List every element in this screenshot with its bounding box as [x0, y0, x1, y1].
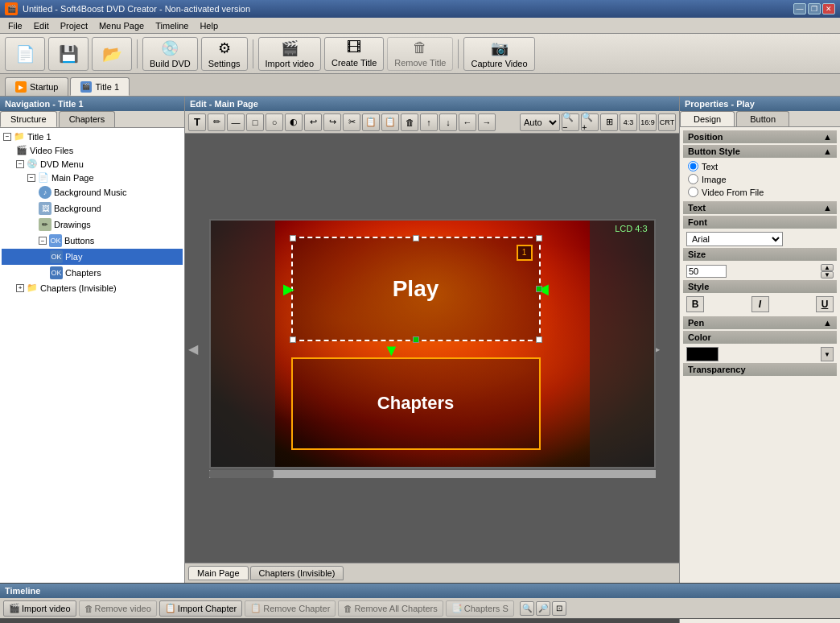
tree-title1[interactable]: − 📁 Title 1: [2, 130, 183, 143]
radio-video-input[interactable]: [688, 187, 698, 197]
circle-tool[interactable]: ○: [266, 113, 283, 131]
arc-tool[interactable]: ◐: [285, 113, 303, 131]
capture-video-button[interactable]: 📷 Capture Video: [463, 37, 534, 71]
grid-btn[interactable]: ⊞: [600, 113, 618, 131]
radio-image-input[interactable]: [688, 174, 698, 184]
close-button[interactable]: ✕: [822, 3, 835, 14]
pen-color-swatch[interactable]: [686, 347, 719, 361]
radio-text-input[interactable]: [688, 161, 698, 171]
bold-button[interactable]: B: [686, 296, 704, 312]
tl-chapters-s[interactable]: 📑 Chapters S: [446, 600, 514, 617]
menu-menu-page[interactable]: Menu Page: [94, 20, 149, 31]
startup-tab[interactable]: ▶ Startup: [5, 77, 68, 96]
zoom-in-btn[interactable]: 🔍+: [581, 113, 599, 131]
expand-buttons[interactable]: −: [39, 237, 47, 245]
button-style-section[interactable]: Button Style ▲: [683, 145, 837, 158]
text-tool[interactable]: T: [188, 113, 206, 131]
font-select[interactable]: Arial Times New Roman Verdana: [686, 232, 783, 246]
font-section[interactable]: Font: [683, 216, 837, 229]
transparency-section[interactable]: Transparency: [683, 363, 837, 376]
move-up-tool[interactable]: ↑: [420, 113, 438, 131]
tree-dvd-menu[interactable]: − 💿 DVD Menu: [2, 157, 183, 171]
menu-help[interactable]: Help: [195, 20, 223, 31]
zoom-out-btn[interactable]: 🔍−: [562, 113, 579, 131]
copy-tool[interactable]: 📋: [362, 113, 380, 131]
tree-buttons[interactable]: − OK Buttons: [2, 233, 183, 249]
expand-dvd-menu[interactable]: −: [16, 160, 24, 168]
delete-tool[interactable]: 🗑: [401, 113, 418, 131]
menu-file[interactable]: File: [3, 20, 27, 31]
italic-button[interactable]: I: [751, 296, 769, 312]
position-section[interactable]: Position ▲: [683, 130, 837, 143]
canvas-scroll-thumb[interactable]: [209, 470, 274, 478]
menu-edit[interactable]: Edit: [29, 20, 54, 31]
remove-title-button[interactable]: 🗑 Remove Title: [387, 37, 453, 71]
canvas-tab-main-page[interactable]: Main Page: [188, 566, 249, 580]
new-button[interactable]: 📄: [5, 37, 45, 71]
pen-section-header[interactable]: Pen ▲: [683, 316, 837, 329]
tree-bg-music[interactable]: ♪ Background Music: [2, 184, 183, 200]
undo-tool[interactable]: ↩: [304, 113, 322, 131]
menu-timeline[interactable]: Timeline: [150, 20, 193, 31]
pen-color-dropdown[interactable]: ▼: [821, 347, 834, 361]
canvas-tab-chapters-invisible[interactable]: Chapters (Invisible): [250, 566, 344, 580]
expand-title1[interactable]: −: [3, 133, 11, 141]
create-title-button[interactable]: 🎞 Create Title: [324, 37, 384, 71]
tree-video-files[interactable]: 🎬 Video Files: [2, 143, 183, 157]
radio-video-from-file[interactable]: Video From File: [688, 187, 832, 197]
zoom-select[interactable]: Auto50%100%: [520, 113, 560, 131]
crt-btn[interactable]: CRT: [658, 113, 676, 131]
size-section[interactable]: Size: [683, 248, 837, 261]
tab-design[interactable]: Design: [680, 111, 735, 126]
tree-chapters-invisible[interactable]: + 📁 Chapters (Invisible): [2, 281, 183, 295]
radio-text[interactable]: Text: [688, 161, 832, 171]
text-section-header[interactable]: Text ▲: [683, 201, 837, 214]
tree-play[interactable]: OK Play: [2, 249, 183, 265]
canvas-scrollbar[interactable]: [209, 470, 656, 478]
tree-background[interactable]: 🖼 Background: [2, 200, 183, 217]
style-section[interactable]: Style: [683, 280, 837, 293]
expand-main-page[interactable]: −: [27, 174, 35, 182]
tl-zoom-out[interactable]: 🔎: [536, 601, 550, 616]
tree-drawings[interactable]: ✏ Drawings: [2, 217, 183, 233]
tl-remove-video[interactable]: 🗑 Remove video: [79, 600, 157, 617]
minimize-button[interactable]: —: [793, 3, 806, 14]
move-left-tool[interactable]: ←: [459, 113, 476, 131]
tl-remove-chapter[interactable]: 📋 Remove Chapter: [245, 600, 336, 617]
ratio-43-btn[interactable]: 4:3: [620, 113, 637, 131]
tree-chapters-btn[interactable]: OK Chapters: [2, 265, 183, 281]
title1-tab[interactable]: 🎬 Title 1: [70, 77, 130, 96]
paste-tool[interactable]: 📋: [381, 113, 399, 131]
tl-import-chapter[interactable]: 📋 Import Chapter: [159, 600, 242, 617]
tl-remove-all-chapters[interactable]: 🗑 Remove All Chapters: [338, 600, 443, 617]
pen-tool[interactable]: ✏: [208, 113, 225, 131]
color-section[interactable]: Color: [683, 331, 837, 344]
import-video-button[interactable]: 🎬 Import video: [258, 37, 322, 71]
move-down-tool[interactable]: ↓: [439, 113, 457, 131]
radio-image[interactable]: Image: [688, 174, 832, 184]
tab-chapters[interactable]: Chapters: [59, 111, 116, 127]
open-button[interactable]: 📂: [92, 37, 132, 71]
tab-structure[interactable]: Structure: [0, 111, 57, 127]
ratio-169-btn[interactable]: 16:9: [639, 113, 657, 131]
menu-project[interactable]: Project: [56, 20, 93, 31]
size-input[interactable]: 50: [686, 265, 727, 278]
tl-zoom-in[interactable]: 🔍: [520, 601, 534, 616]
underline-button[interactable]: U: [816, 296, 834, 312]
tl-zoom-fit[interactable]: ⊡: [552, 601, 566, 616]
tl-import-video[interactable]: 🎬 Import video: [3, 600, 76, 617]
expand-chapters-invisible[interactable]: +: [16, 284, 24, 292]
rect-tool[interactable]: □: [246, 113, 264, 131]
tab-button[interactable]: Button: [736, 111, 789, 126]
size-down-btn[interactable]: ▼: [821, 271, 834, 278]
play-button-canvas[interactable]: ▶ ◀ 1 Play: [291, 237, 541, 341]
move-right-tool[interactable]: →: [478, 113, 496, 131]
save-button[interactable]: 💾: [48, 37, 89, 71]
cut-tool[interactable]: ✂: [343, 113, 360, 131]
line-tool[interactable]: —: [227, 113, 245, 131]
restore-button[interactable]: ❐: [808, 3, 821, 14]
canvas-scroll-left[interactable]: ◀: [188, 340, 198, 356]
chapters-button-canvas[interactable]: Chapters: [291, 357, 541, 450]
settings-button[interactable]: ⚙ Settings: [201, 37, 248, 71]
build-dvd-button[interactable]: 💿 Build DVD: [142, 37, 198, 71]
